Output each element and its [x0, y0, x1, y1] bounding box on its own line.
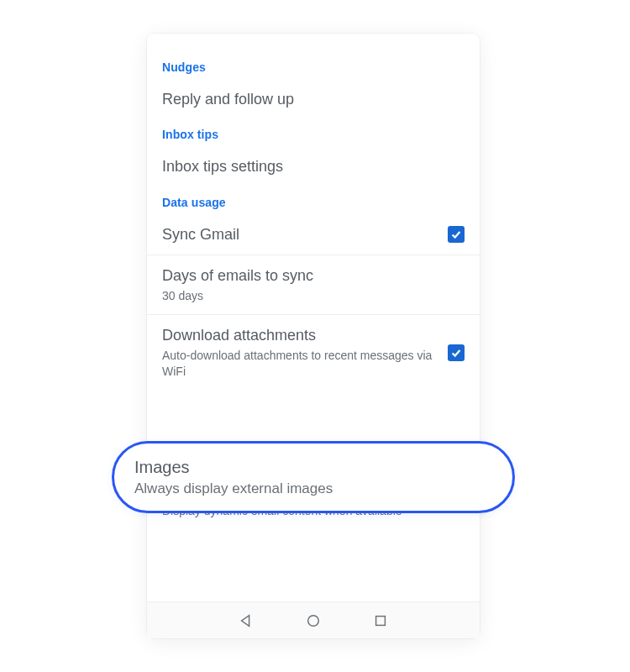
row-sync-gmail[interactable]: Sync Gmail [147, 214, 480, 255]
android-nav-bar [147, 601, 480, 638]
row-download-attachments[interactable]: Download attachments Auto-download attac… [147, 315, 480, 390]
svg-rect-2 [376, 616, 386, 625]
row-days-to-sync[interactable]: Days of emails to sync 30 days [147, 255, 480, 314]
row-inbox-tips-settings[interactable]: Inbox tips settings [147, 146, 480, 186]
settings-screen: Nudges Reply and follow up Inbox tips In… [147, 34, 480, 638]
row-title: Sync Gmail [162, 224, 438, 244]
row-sub: 30 days [162, 288, 454, 304]
row-title: Reply and follow up [162, 89, 454, 109]
row-title: Days of emails to sync [162, 265, 454, 286]
checkbox-sync-gmail[interactable] [448, 226, 465, 243]
section-header-inbox-tips: Inbox tips [147, 119, 480, 146]
svg-point-1 [308, 615, 319, 626]
row-title: Images [134, 456, 492, 478]
row-title: Inbox tips settings [162, 156, 454, 176]
section-header-nudges: Nudges [147, 52, 480, 79]
section-header-data-usage: Data usage [147, 187, 480, 214]
row-images-highlight[interactable]: Images Always display external images [112, 441, 515, 513]
nav-back-icon[interactable] [239, 613, 254, 628]
check-icon [450, 347, 462, 359]
row-title: Download attachments [162, 325, 438, 345]
row-reply-follow-up[interactable]: Reply and follow up [147, 79, 480, 119]
svg-marker-0 [242, 615, 249, 626]
row-sub: Always display external images [134, 480, 492, 498]
checkbox-download-attachments[interactable] [448, 344, 465, 361]
nav-home-icon[interactable] [306, 613, 321, 628]
nav-recent-icon[interactable] [373, 613, 388, 628]
settings-content: Nudges Reply and follow up Inbox tips In… [147, 34, 480, 529]
row-sub: Auto-download attachments to recent mess… [162, 348, 438, 380]
check-icon [450, 228, 462, 240]
